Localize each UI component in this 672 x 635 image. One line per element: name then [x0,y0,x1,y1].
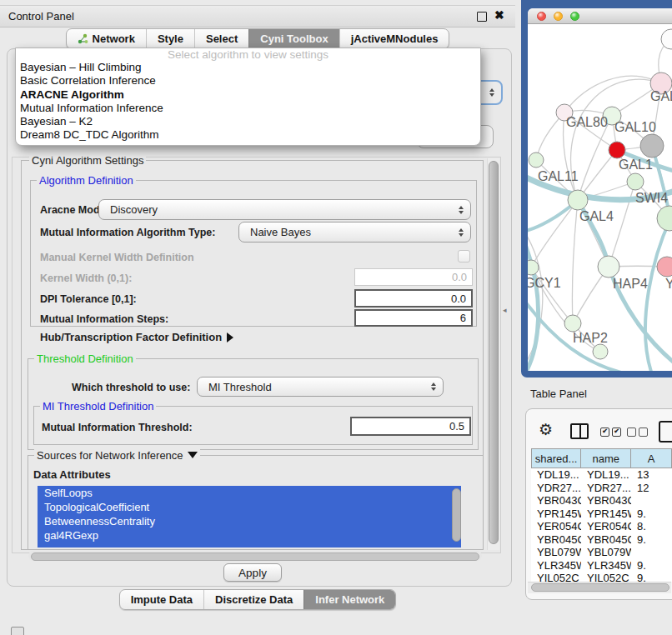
attributes-scrollbar-thumb[interactable] [452,488,461,542]
network-node[interactable] [609,142,625,158]
data-attribute-option[interactable]: SelfLoops [38,486,461,500]
table-cell: YBR043C [581,494,631,507]
apply-button[interactable]: Apply [223,563,282,582]
table-cell: YLR345W [581,559,631,572]
node-table: shared...nameA YDL19...YDL19...13YDR27..… [531,448,672,582]
tab-jactivemnodules[interactable]: jActiveMNodules [339,29,449,48]
select-all-checkbox-icon[interactable]: ✔ [612,428,621,437]
apply-button-label: Apply [238,567,267,579]
algorithm-option[interactable]: Mutual Information Inference [16,102,480,115]
network-node[interactable] [528,260,539,275]
mi-steps-label: Mutual Information Steps: [40,313,168,325]
network-node[interactable] [593,344,608,359]
mi-threshold-field[interactable]: 0.5 [350,417,471,436]
tab-style[interactable]: Style [146,29,194,48]
manual-kernel-width-checkbox[interactable] [458,250,470,262]
table-row[interactable]: YLR345WYLR345W9. [531,559,672,572]
minimized-panel-icon[interactable] [11,627,24,635]
mac-zoom-icon[interactable] [570,12,579,21]
algorithm-option[interactable]: ARACNE Algorithm [16,88,480,102]
mi-steps-value: 6 [460,312,466,324]
mi-steps-field[interactable]: 6 [354,309,473,327]
data-attribute-option[interactable]: BetweennessCentrality [38,514,461,528]
tab-select[interactable]: Select [194,29,248,48]
table-cell: YIL052C [531,572,581,582]
mac-minimize-icon[interactable] [554,12,563,21]
data-attributes-label: Data Attributes [33,468,111,481]
algorithm-option[interactable]: Bayesian – Hill Climbing [16,61,480,74]
table-cell: YBL079W [581,546,631,558]
table-hscrollbar-thumb[interactable] [531,583,669,592]
deselect-checkbox-icon[interactable] [639,428,648,437]
data-attribute-option[interactable]: gal4RGexp [38,528,461,542]
tab-network[interactable]: Network [67,29,146,48]
split-table-icon[interactable] [570,423,589,439]
algorithm-definition-title: Algorithm Definition [37,174,136,187]
mi-algorithm-type-combo[interactable]: Naive Bayes [238,222,471,242]
kernel-width-value: 0.0 [452,271,467,283]
hub-definition-toggle[interactable]: Hub/Transcription Factor Definition [40,331,233,343]
network-node[interactable] [564,315,581,332]
which-threshold-label: Which threshold to use: [72,382,190,393]
algorithm-option[interactable]: Basic Correlation Inference [16,74,480,88]
network-node[interactable] [657,206,672,231]
table-cell: 12 [631,482,672,494]
table-row[interactable]: YER054CYER054C8. [531,520,672,533]
network-window-titlebar[interactable] [528,8,672,24]
tab-discretize-data[interactable]: Discretize Data [203,590,303,609]
network-node[interactable] [598,256,619,278]
table-row[interactable]: YPR145WYPR145W9. [531,508,672,521]
float-panel-icon[interactable] [477,12,487,22]
sources-group-title[interactable]: Sources for Network Inference [34,449,200,462]
algorithm-option[interactable]: Bayesian – K2 [16,115,480,128]
tab-impute-data[interactable]: Impute Data [120,590,203,609]
algorithm-option[interactable]: Dream8 DC_TDC Algorithm [16,128,480,142]
tab-cyni-toolbox[interactable]: Cyni Toolbox [248,29,339,48]
table-row[interactable]: YIL052CYIL052C9. [531,572,672,582]
kernel-width-label: Kernel Width (0,1): [40,272,132,284]
table-row[interactable]: YDR27...YDR27...12 [531,482,672,495]
table-cell: YER054C [531,520,581,532]
deselect-checkbox-icon[interactable] [627,428,636,437]
column-header[interactable]: A [631,448,672,468]
network-node[interactable] [657,257,672,277]
table-row[interactable]: YBL079WYBL079W [531,546,672,559]
mac-close-icon[interactable] [537,12,546,21]
node-label: GCY1 [528,276,561,290]
network-node[interactable] [568,190,588,210]
network-node[interactable] [529,152,544,168]
network-view-frame: GALGAL80GAL10GAL1GAL11SWI4GAL4GCY1HAP4YH… [521,0,672,378]
node-label: GAL1 [619,158,653,172]
tab-label: jActiveMNodules [351,32,439,45]
settings-hscrollbar-thumb[interactable] [31,552,479,561]
table-row[interactable]: YBR045CYBR045C9. [531,533,672,547]
table-row[interactable]: YBR043CYBR043C [531,494,672,508]
aracne-mode-combo[interactable]: Discovery [98,199,471,220]
column-header[interactable]: name [581,448,631,468]
algorithm-select-popup: Select algorithm to view settings Bayesi… [15,48,481,146]
mi-threshold-label: Mutual Information Threshold: [42,422,193,433]
select-all-checkbox-icon[interactable]: ✔ [600,428,609,437]
dpi-tolerance-field[interactable]: 0.0 [354,289,473,308]
column-header[interactable]: shared... [531,448,581,468]
tab-infer-network[interactable]: Infer Network [303,590,395,609]
gear-icon[interactable]: ⚙ [539,420,553,439]
column-options-icon[interactable] [659,421,672,442]
data-attribute-option[interactable]: TopologicalCoefficient [38,500,461,514]
data-attributes-list[interactable]: SelfLoopsTopologicalCoefficientBetweenne… [38,486,461,548]
tab-label: Style [158,32,183,45]
mi-threshold-value: 0.5 [449,420,464,432]
table-row[interactable]: YDL19...YDL19...13 [531,468,672,482]
close-icon[interactable]: ✖ [494,8,504,22]
network-canvas[interactable]: GALGAL80GAL10GAL1GAL11SWI4GAL4GCY1HAP4YH… [528,23,672,371]
node-label: HAP2 [573,331,608,345]
control-panel-tabs: NetworkStyleSelectCyni ToolboxjActiveMNo… [0,28,515,48]
settings-scrollbar-thumb[interactable] [489,161,499,544]
network-node[interactable] [640,134,664,158]
divider-grip-icon[interactable]: ◂ [503,306,507,314]
which-threshold-combo[interactable]: MI Threshold [197,377,444,397]
table-cell: YDL19... [581,468,631,481]
network-node[interactable] [627,173,644,190]
network-node[interactable] [661,29,672,49]
aracne-mode-value: Discovery [110,203,158,216]
